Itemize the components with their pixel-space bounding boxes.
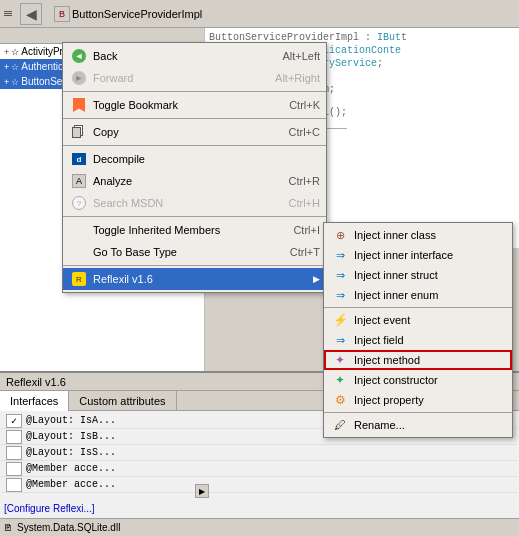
status-bar: 🖹 System.Data.SQLite.dll [0,518,519,536]
grid-row-4[interactable]: @Member acce... [2,461,517,477]
submenu-rename-label: Rename... [354,419,506,431]
menu-msdn-label: Search MSDN [93,197,269,209]
menu-decompile-label: Decompile [93,153,320,165]
top-toolbar: ◀ B ButtonServiceProviderImpl [0,0,519,28]
scroll-right-button[interactable]: ▶ [195,484,209,498]
grid-row-3[interactable]: @Layout: IsS... [2,445,517,461]
separator-4 [63,216,326,217]
grid-row-1-label: @Layout: IsA... [26,415,116,426]
submenu-field-label: Inject field [354,334,506,346]
menu-item-reflexil[interactable]: R Reflexil v1.6 ▶ [63,268,326,290]
submenu-item-inner-class[interactable]: ⊕ Inject inner class [324,225,512,245]
submenu-inner-struct-label: Inject inner struct [354,269,506,281]
menu-bookmark-shortcut: Ctrl+K [289,99,320,111]
menu-item-goto-base[interactable]: Go To Base Type Ctrl+T [63,241,326,263]
menu-item-toggle-inherited[interactable]: Toggle Inherited Members Ctrl+I [63,219,326,241]
submenu-item-inner-interface[interactable]: ⇒ Inject inner interface [324,245,512,265]
tab-label: ButtonServiceProviderImpl [72,8,202,20]
checkbox-5[interactable] [6,478,22,492]
menu-bookmark-label: Toggle Bookmark [93,99,269,111]
decompile-icon: d [69,149,89,169]
submenu-inner-interface-label: Inject inner interface [354,249,506,261]
menu-goto-base-shortcut: Ctrl+T [290,246,320,258]
separator-3 [63,145,326,146]
menu-msdn-shortcut: Ctrl+H [289,197,320,209]
menu-back-shortcut: Alt+Left [282,50,320,62]
separator-1 [63,91,326,92]
expand-icon-1: + [4,47,9,57]
menu-forward-label: Forward [93,72,255,84]
copy-icon [69,122,89,142]
forward-icon: ► [69,68,89,88]
menu-item-decompile[interactable]: d Decompile [63,148,326,170]
checkbox-4[interactable] [6,462,22,476]
configure-reflexil-link[interactable]: [Configure Reflexi...] [0,501,210,516]
inner-struct-icon: ⇒ [330,265,350,285]
submenu-item-property[interactable]: ⚙ Inject property [324,390,512,410]
submenu-method-label: Inject method [354,354,506,366]
grid-row-5-label: @Member acce... [26,479,116,490]
inner-interface-icon: ⇒ [330,245,350,265]
checkbox-3[interactable] [6,446,22,460]
submenu-item-event[interactable]: ⚡ Inject event [324,310,512,330]
separator-5 [63,265,326,266]
menu-item-analyze[interactable]: A Analyze Ctrl+R [63,170,326,192]
menu-toggle-shortcut: Ctrl+I [293,224,320,236]
menu-toggle-inherited-label: Toggle Inherited Members [93,224,273,236]
submenu-event-label: Inject event [354,314,506,326]
back-button[interactable]: ◀ [20,3,42,25]
method-icon: ✦ [330,350,350,370]
expand-icon-3: + [4,77,9,87]
reflexil-tab-interfaces[interactable]: Interfaces [0,391,69,411]
menu-item-back[interactable]: ◄ Back Alt+Left [63,45,326,67]
configure-link-text: [Configure Reflexi...] [4,503,95,514]
grid-row-5[interactable]: @Member acce... [2,477,517,493]
menu-item-msdn[interactable]: ? Search MSDN Ctrl+H [63,192,326,214]
menu-goto-base-label: Go To Base Type [93,246,270,258]
reflexil-tab-custom-attrs-label: Custom attributes [79,395,165,407]
checkbox-1[interactable] [6,414,22,428]
menu-analyze-shortcut: Ctrl+R [289,175,320,187]
submenu-arrow: ▶ [313,274,320,284]
context-menu[interactable]: ◄ Back Alt+Left ► Forward Alt+Right Togg… [62,42,327,293]
menu-copy-shortcut: Ctrl+C [289,126,320,138]
grid-row-2-label: @Layout: IsB... [26,431,116,442]
submenu-item-constructor[interactable]: ✦ Inject constructor [324,370,512,390]
goto-base-icon [69,242,89,262]
submenu-item-method[interactable]: ✦ Inject method [324,350,512,370]
analyze-icon: A [69,171,89,191]
submenu-constructor-label: Inject constructor [354,374,506,386]
inner-enum-icon: ⇒ [330,285,350,305]
checkbox-2[interactable] [6,430,22,444]
reflexil-tab-interfaces-label: Interfaces [10,395,58,407]
expand-icon-2: + [4,62,9,72]
menu-copy-label: Copy [93,126,269,138]
menu-item-bookmark[interactable]: Toggle Bookmark Ctrl+K [63,94,326,116]
back-icon: ◄ [69,46,89,66]
submenu-item-field[interactable]: ⇒ Inject field [324,330,512,350]
separator-2 [63,118,326,119]
event-icon: ⚡ [330,310,350,330]
menu-forward-shortcut: Alt+Right [275,72,320,84]
status-dll-label: System.Data.SQLite.dll [17,522,120,533]
submenu-item-inner-struct[interactable]: ⇒ Inject inner struct [324,265,512,285]
menu-item-copy[interactable]: Copy Ctrl+C [63,121,326,143]
menu-back-label: Back [93,50,262,62]
menu-reflexil-label: Reflexil v1.6 [93,273,309,285]
menu-analyze-label: Analyze [93,175,269,187]
ide-background: ◀ B ButtonServiceProviderImpl + ☆ Activi… [0,0,519,536]
toggle-inherited-icon [69,220,89,240]
menu-item-forward[interactable]: ► Forward Alt+Right [63,67,326,89]
reflexil-submenu[interactable]: ⊕ Inject inner class ⇒ Inject inner inte… [323,222,513,438]
submenu-inner-class-label: Inject inner class [354,229,506,241]
reflexil-title: Reflexil v1.6 [6,376,66,388]
submenu-item-rename[interactable]: 🖊 Rename... [324,415,512,435]
submenu-property-label: Inject property [354,394,506,406]
submenu-inner-enum-label: Inject inner enum [354,289,506,301]
constructor-icon: ✦ [330,370,350,390]
submenu-item-inner-enum[interactable]: ⇒ Inject inner enum [324,285,512,305]
reflexil-icon: R [69,269,89,289]
inner-class-icon: ⊕ [330,225,350,245]
reflexil-tab-custom-attrs[interactable]: Custom attributes [69,391,176,411]
submenu-separator-2 [324,412,512,413]
